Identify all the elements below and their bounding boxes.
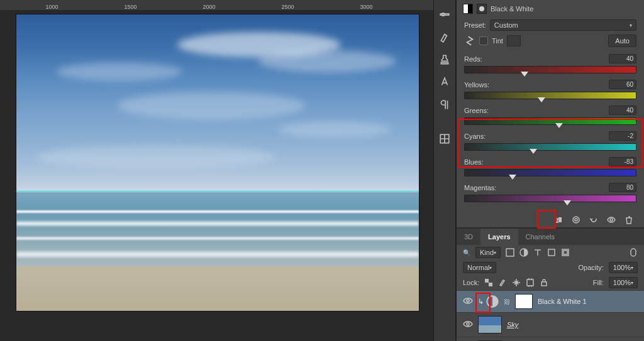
svg-rect-2 [441,63,448,64]
filter-type-icon[interactable] [533,248,542,257]
layer-filter-dropdown[interactable]: Kind [475,247,501,258]
filter-adjustment-icon[interactable] [519,248,528,257]
clipping-indicator-icon: ↳ [478,298,484,306]
ruler-tick: 2000 [170,4,248,10]
tab-3d[interactable]: 3D [457,229,480,245]
character-panel-icon[interactable] [439,77,450,88]
delete-adjustment-icon[interactable] [624,215,634,225]
layer-row[interactable]: Background [457,337,644,341]
lock-transparency-icon[interactable] [484,278,493,287]
lock-label: Lock: [463,279,479,286]
lock-artboard-icon[interactable] [526,278,535,287]
filter-shape-icon[interactable] [547,248,556,257]
guide-line[interactable] [16,191,419,192]
lock-position-icon[interactable] [512,278,521,287]
paragraph-panel-icon[interactable] [439,99,450,111]
document-canvas[interactable] [16,14,419,311]
ruler-tick: 3000 [327,4,406,10]
filter-smartobject-icon[interactable] [561,248,570,257]
layer-mask-thumb[interactable] [515,294,533,309]
ruler-tick: 1500 [91,4,170,10]
slider-cyans: Cyans:-2 [464,131,636,151]
layer-name[interactable]: Sky [507,321,518,328]
toggle-visibility-icon[interactable] [606,215,616,225]
svg-rect-13 [631,249,636,256]
slider-label: Reds: [464,55,482,63]
slider-thumb[interactable] [509,175,516,180]
svg-rect-10 [548,249,555,256]
layer-name[interactable]: Black & White 1 [538,298,587,305]
panel-icon-strip [433,0,456,341]
slider-track[interactable] [464,66,636,73]
layer-thumb[interactable] [478,316,502,333]
svg-point-6 [575,219,577,221]
preset-dropdown[interactable]: Custom [490,19,636,31]
slider-track[interactable] [464,143,636,151]
tint-label: Tint [492,37,503,45]
layers-panel: 3D Layers Channels 🔍 Kind Normal Opacity… [457,228,644,341]
slider-label: Greens: [464,107,489,114]
opacity-dropdown[interactable]: 100% [609,262,638,273]
svg-rect-4 [558,217,562,222]
lock-all-icon[interactable] [540,278,548,287]
layer-mask-icon [477,4,487,14]
lock-pixels-icon[interactable] [498,278,507,287]
slider-value[interactable]: 80 [609,183,636,192]
preset-label: Preset: [464,21,486,29]
svg-point-18 [467,300,469,302]
slider-blues: Blues:-83 [464,157,636,176]
filter-pixel-icon[interactable] [506,248,514,257]
grid-panel-icon[interactable] [439,133,450,144]
reset-icon[interactable] [589,215,599,225]
slider-value[interactable]: 60 [609,80,636,89]
slider-value[interactable]: -83 [609,157,636,166]
slider-track[interactable] [464,92,636,99]
svg-rect-12 [564,251,567,254]
adjustment-layer-thumb-icon[interactable] [486,295,499,308]
adjustments-icon[interactable] [439,9,450,20]
slider-thumb[interactable] [538,97,545,102]
canvas-area: 1000 1500 2000 2500 3000 [0,0,433,341]
layer-row[interactable]: ↳ ⛓ Black & White 1 [457,290,644,312]
svg-point-1 [442,13,445,16]
targeted-adjustment-icon[interactable] [464,35,475,46]
ruler-tick: 2500 [248,4,327,10]
slider-label: Blues: [464,158,484,166]
slider-thumb[interactable] [521,72,528,77]
slider-value[interactable]: -2 [609,131,636,141]
svg-rect-15 [489,283,492,286]
slider-value[interactable]: 40 [609,106,636,115]
slider-magentas: Magentas:80 [464,183,636,202]
svg-point-5 [573,217,579,223]
svg-point-7 [610,219,613,221]
slider-thumb[interactable] [530,149,537,154]
link-icon[interactable]: ⛓ [504,298,510,305]
filter-toggle-icon[interactable] [629,248,638,257]
tab-channels[interactable]: Channels [518,229,562,245]
history-brush-icon[interactable] [439,31,450,43]
tint-checkbox[interactable] [479,36,488,45]
tab-layers[interactable]: Layers [480,229,518,245]
slider-label: Cyans: [464,133,486,140]
stamp-icon[interactable] [439,54,450,65]
view-previous-state-icon[interactable] [571,215,581,225]
tint-swatch[interactable] [507,35,521,46]
clip-to-layer-icon[interactable] [553,215,564,225]
visibility-toggle-icon[interactable] [463,320,473,329]
auto-button[interactable]: Auto [608,35,636,47]
bw-layer-icon [463,4,473,14]
svg-point-20 [467,323,469,325]
visibility-toggle-icon[interactable] [463,297,473,306]
layer-row[interactable]: Sky [457,312,644,337]
slider-thumb[interactable] [555,123,563,128]
svg-rect-8 [506,249,514,256]
ruler-tick: 1000 [13,4,91,10]
fill-dropdown[interactable]: 100% [609,277,638,288]
slider-thumb[interactable] [564,200,571,205]
slider-track[interactable] [464,169,636,176]
slider-track[interactable] [464,117,636,125]
slider-track[interactable] [464,195,636,202]
slider-label: Magentas: [464,184,496,192]
slider-value[interactable]: 40 [609,54,636,63]
blend-mode-dropdown[interactable]: Normal [463,262,496,273]
